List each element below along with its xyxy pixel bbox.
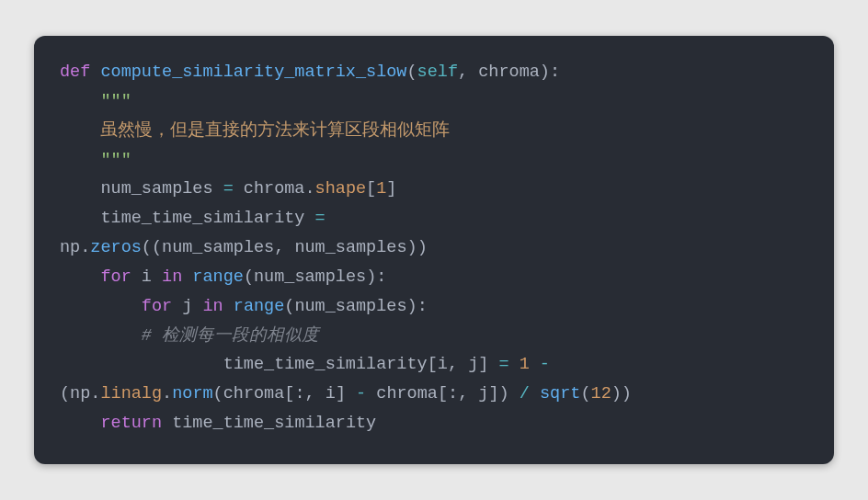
- minus-op: -: [346, 384, 376, 403]
- docstring-text-cn: 虽然慢，但是直接的方法来计算区段相似矩阵: [100, 121, 450, 141]
- comma: ,: [305, 384, 326, 403]
- rparen: ): [499, 384, 509, 403]
- function-name: compute_similarity_matrix_slow: [100, 62, 406, 82]
- dot: .: [90, 384, 100, 403]
- comment-hash: #: [142, 326, 162, 346]
- lbrack: [: [438, 384, 448, 403]
- lparen: (: [580, 384, 590, 403]
- slice-colon: :: [294, 384, 304, 403]
- docstring-open: """: [100, 92, 131, 111]
- chroma-ref: chroma: [223, 384, 285, 403]
- assign: =: [213, 179, 244, 199]
- dot: .: [304, 179, 314, 199]
- line-2: """: [60, 92, 131, 111]
- idx-j: j: [478, 384, 488, 403]
- kw-in: in: [202, 297, 223, 316]
- dot: .: [162, 384, 172, 403]
- chroma-ref: chroma: [244, 179, 305, 199]
- idx-i: i: [326, 384, 336, 403]
- lbrack: [: [284, 384, 294, 403]
- np-ref: np: [70, 384, 90, 403]
- lparen: (: [284, 297, 294, 316]
- colon: :: [550, 62, 560, 82]
- line-13: return time_time_similarity: [60, 414, 376, 433]
- chroma-ref2: chroma: [376, 384, 438, 403]
- rbrack: ]: [386, 179, 396, 199]
- func-range: range: [182, 267, 244, 287]
- rparen: ): [540, 62, 550, 82]
- indent: [60, 179, 100, 199]
- kw-return: return: [100, 414, 162, 433]
- indent: [60, 267, 100, 287]
- var-tts: time_time_similarity: [223, 355, 428, 374]
- dot: .: [80, 238, 90, 257]
- attr-shape: shape: [315, 179, 367, 199]
- num-1: 1: [520, 355, 530, 374]
- indent: [60, 92, 100, 111]
- assign: =: [488, 355, 519, 374]
- comment-cn: 检测每一段的相似度: [162, 326, 319, 346]
- func-zeros: zeros: [90, 238, 142, 257]
- rparen: ): [611, 384, 622, 403]
- space: [90, 62, 100, 82]
- lparen: (: [406, 62, 417, 82]
- comma: ,: [448, 355, 468, 374]
- func-sqrt: sqrt: [540, 384, 580, 403]
- rbrack: ]: [488, 384, 498, 403]
- dbl-rparen: )): [407, 238, 428, 257]
- kw-for: for: [142, 297, 172, 316]
- arg-ns2: num_samples: [294, 238, 406, 257]
- line-4: """: [60, 151, 131, 170]
- idx-i: i: [438, 355, 448, 374]
- code-content: def compute_similarity_matrix_slow(self,…: [60, 58, 808, 438]
- var-j: j: [172, 297, 202, 316]
- indent: [60, 209, 100, 228]
- docstring-close: """: [100, 151, 131, 170]
- arg-ns: num_samples: [294, 297, 406, 316]
- colon: :: [417, 297, 428, 316]
- code-block: def compute_similarity_matrix_slow(self,…: [34, 36, 834, 464]
- lparen: (: [213, 384, 223, 403]
- comma: ,: [458, 384, 478, 403]
- line-7: np.zeros((num_samples, num_samples)): [60, 238, 428, 257]
- param-self: self: [417, 62, 458, 82]
- var-i: i: [131, 267, 162, 287]
- slice-colon: :: [448, 384, 458, 403]
- indent: [60, 151, 100, 170]
- assign: =: [304, 209, 335, 228]
- space: [162, 414, 172, 433]
- comma: ,: [274, 238, 294, 257]
- indent: [60, 297, 142, 316]
- kw-for: for: [100, 267, 131, 287]
- rbrack: ]: [336, 384, 346, 403]
- div: /: [509, 384, 540, 403]
- func-range: range: [223, 297, 285, 316]
- arg-ns: num_samples: [254, 267, 366, 287]
- indent: [60, 355, 223, 374]
- line-3: 虽然慢，但是直接的方法来计算区段相似矩阵: [60, 121, 450, 141]
- indent: [60, 121, 100, 141]
- minus: -: [530, 355, 560, 374]
- num-1: 1: [376, 179, 386, 199]
- kw-in: in: [162, 267, 182, 287]
- line-11: time_time_similarity[i, j] = 1 -: [60, 355, 560, 374]
- line-8: for i in range(num_samples):: [60, 267, 386, 287]
- param-chroma: chroma: [478, 62, 540, 82]
- idx-j: j: [468, 355, 478, 374]
- comma: ,: [458, 62, 478, 82]
- rparen: ): [366, 267, 376, 287]
- arg-ns1: num_samples: [162, 238, 274, 257]
- rbrack: ]: [478, 355, 488, 374]
- rparen: ): [407, 297, 417, 316]
- dbl-lparen: ((: [142, 238, 162, 257]
- lbrack: [: [366, 179, 376, 199]
- attr-linalg: linalg: [100, 384, 162, 403]
- indent: [60, 326, 142, 346]
- var-num-samples: num_samples: [100, 179, 212, 199]
- keyword-def: def: [60, 62, 90, 82]
- line-12: (np.linalg.norm(chroma[:, i] - chroma[:,…: [60, 384, 632, 403]
- func-norm: norm: [172, 384, 212, 403]
- line-1: def compute_similarity_matrix_slow(self,…: [60, 62, 560, 82]
- line-9: for j in range(num_samples):: [60, 297, 428, 316]
- var-tts: time_time_similarity: [100, 209, 304, 228]
